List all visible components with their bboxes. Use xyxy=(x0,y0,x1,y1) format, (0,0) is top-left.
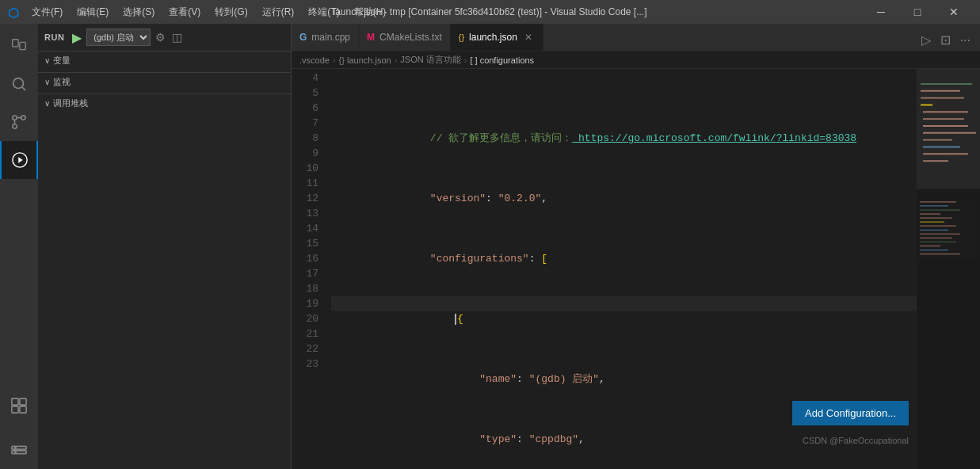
svg-point-15 xyxy=(15,447,17,448)
breadcrumb-vscode[interactable]: .vscode xyxy=(299,55,330,65)
vscode-icon: ⬡ xyxy=(8,6,21,18)
window-controls: ─ □ ✕ xyxy=(863,0,972,24)
breadcrumb-configurations[interactable]: [ ] configurations xyxy=(470,55,534,65)
tab-cmakelists[interactable]: M CMakeLists.txt xyxy=(359,24,451,51)
watermark: CSDN @FakeOccupational xyxy=(803,436,909,445)
maximize-button[interactable]: □ xyxy=(899,0,936,24)
svg-rect-1 xyxy=(20,42,25,49)
code-line-7: { xyxy=(331,296,917,311)
svg-point-5 xyxy=(21,116,26,120)
split-editor-button[interactable]: ⊡ xyxy=(937,29,954,51)
variables-section: ∨ 变量 xyxy=(38,51,291,73)
callstack-chevron: ∨ xyxy=(44,99,50,108)
tab-label-cmakelists: CMakeLists.txt xyxy=(379,32,442,43)
activity-remote[interactable] xyxy=(0,431,38,469)
tab-bar: G main.cpp M CMakeLists.txt {} launch.js… xyxy=(292,24,980,51)
minimize-button[interactable]: ─ xyxy=(863,0,899,24)
code-line-8: "name": "(gdb) 启动", xyxy=(331,357,917,372)
close-button[interactable]: ✕ xyxy=(936,0,972,24)
window-title: launch.json - tmp [Container 5fc36d410b6… xyxy=(334,6,647,17)
code-line-6: "configurations": [ xyxy=(331,236,917,251)
add-configuration-button[interactable]: Add Configuration... xyxy=(792,401,909,425)
tab-label-main-cpp: main.cpp xyxy=(311,32,350,43)
menu-view[interactable]: 查看(V) xyxy=(162,4,207,21)
activity-search[interactable] xyxy=(0,65,38,103)
tab-main-cpp[interactable]: G main.cpp xyxy=(292,24,359,51)
activity-source-control[interactable] xyxy=(0,103,38,141)
svg-rect-0 xyxy=(13,40,18,47)
activity-run-debug[interactable] xyxy=(0,141,38,179)
menu-edit[interactable]: 编辑(E) xyxy=(71,4,115,21)
callstack-section: ∨ 调用堆栈 xyxy=(38,94,291,115)
title-bar: ⬡ 文件(F) 编辑(E) 选择(S) 查看(V) 转到(G) 运行(R) 终端… xyxy=(0,0,980,24)
tab-icon-main-cpp: G xyxy=(299,32,307,43)
callstack-header[interactable]: ∨ 调用堆栈 xyxy=(38,94,291,112)
svg-rect-10 xyxy=(20,398,26,405)
run-play-button[interactable]: ▶ xyxy=(71,29,83,47)
activity-explorer[interactable] xyxy=(0,27,38,65)
run-in-editor-button[interactable]: ▷ xyxy=(918,29,934,51)
svg-rect-13 xyxy=(12,446,26,449)
code-line-4: // 欲了解更多信息，请访问： https://go.microsoft.com… xyxy=(331,116,917,131)
svg-point-2 xyxy=(13,78,24,89)
watch-label: 监视 xyxy=(53,76,71,88)
svg-line-3 xyxy=(22,87,25,90)
svg-rect-12 xyxy=(20,406,26,413)
run-gear-button[interactable]: ⚙ xyxy=(154,29,167,45)
svg-rect-14 xyxy=(12,451,26,454)
sidebar: RUN ▶ (gdb) 启动 ⚙ ◫ ∨ 变量 ∨ 监视 ∨ 调用堆栈 xyxy=(38,24,292,469)
minimap-canvas xyxy=(917,69,980,469)
menu-file[interactable]: 文件(F) xyxy=(25,4,69,21)
tab-launch-json[interactable]: {} launch.json ✕ xyxy=(451,24,543,51)
svg-rect-30 xyxy=(917,69,980,189)
menu-select[interactable]: 选择(S) xyxy=(116,4,161,21)
breadcrumb-launch-json[interactable]: {} launch.json xyxy=(339,55,391,65)
run-label: RUN xyxy=(44,32,64,42)
tab-icon-cmakelists: M xyxy=(367,32,375,43)
activity-extensions[interactable] xyxy=(0,387,38,425)
menu-run[interactable]: 运行(R) xyxy=(256,4,301,21)
activity-bar xyxy=(0,24,38,469)
minimap xyxy=(917,69,980,469)
editor-area: G main.cpp M CMakeLists.txt {} launch.js… xyxy=(292,24,980,469)
menu-goto[interactable]: 转到(G) xyxy=(208,4,254,21)
svg-point-6 xyxy=(13,116,17,120)
more-actions-button[interactable]: ··· xyxy=(957,30,974,51)
callstack-label: 调用堆栈 xyxy=(53,97,88,109)
run-toolbar: RUN ▶ (gdb) 启动 ⚙ ◫ xyxy=(38,24,291,51)
svg-rect-9 xyxy=(12,398,18,405)
watch-chevron: ∨ xyxy=(44,78,50,86)
variables-chevron: ∨ xyxy=(44,56,50,65)
run-config-select[interactable]: (gdb) 启动 xyxy=(86,29,151,46)
variables-header[interactable]: ∨ 变量 xyxy=(38,51,291,69)
svg-point-4 xyxy=(13,124,17,129)
svg-point-16 xyxy=(15,452,17,453)
tab-icon-launch-json: {} xyxy=(459,32,464,42)
svg-marker-8 xyxy=(18,157,23,162)
line-numbers: 4 5 6 7 8 9 10 11 12 13 14 15 16 17 18 1… xyxy=(292,69,323,469)
svg-rect-11 xyxy=(12,406,18,413)
code-line-5: "version": "0.2.0", xyxy=(331,176,917,191)
run-stop-button[interactable]: ◫ xyxy=(170,29,184,45)
tab-close-launch-json[interactable]: ✕ xyxy=(522,31,535,44)
tab-bar-actions: ▷ ⊡ ··· xyxy=(912,29,980,51)
watch-section: ∨ 监视 xyxy=(38,73,291,94)
watch-header[interactable]: ∨ 监视 xyxy=(38,73,291,90)
tab-label-launch-json: launch.json xyxy=(469,32,517,43)
variables-label: 变量 xyxy=(53,55,71,67)
main-area: RUN ▶ (gdb) 启动 ⚙ ◫ ∨ 变量 ∨ 监视 ∨ 调用堆栈 xyxy=(0,24,980,469)
breadcrumb-json-lang[interactable]: JSON 语言功能 xyxy=(400,54,460,66)
breadcrumb: .vscode › {} launch.json › JSON 语言功能 › [… xyxy=(292,51,980,69)
